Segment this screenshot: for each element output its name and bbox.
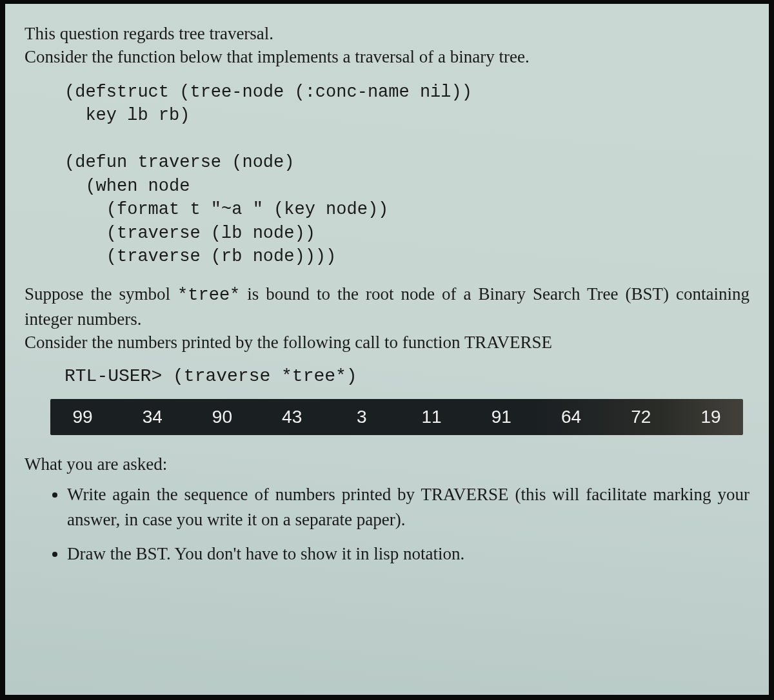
- lisp-code-block: (defstruct (tree-node (:conc-name nil)) …: [64, 81, 749, 269]
- asked-heading: What you are asked:: [25, 454, 749, 474]
- output-number: 19: [691, 407, 730, 427]
- task-item: Write again the sequence of numbers prin…: [67, 482, 749, 532]
- output-number: 91: [482, 407, 521, 427]
- output-number: 43: [273, 407, 312, 427]
- intro-paragraph: This question regards tree traversal. Co…: [25, 22, 749, 69]
- output-number: 3: [342, 407, 381, 427]
- mid-text-a: Suppose the symbol: [25, 284, 177, 304]
- task-list: Write again the sequence of numbers prin…: [25, 482, 749, 567]
- output-number: 64: [552, 407, 591, 427]
- output-number: 11: [412, 407, 451, 427]
- output-number: 90: [203, 407, 241, 427]
- output-number-bar: 99 34 90 43 3 11 91 64 72 19: [50, 399, 743, 435]
- repl-call: RTL-USER> (traverse *tree*): [64, 366, 749, 386]
- question-page: This question regards tree traversal. Co…: [0, 0, 774, 700]
- mid-paragraph: Suppose the symbol *tree* is bound to th…: [25, 282, 749, 354]
- task-item: Draw the BST. You don't have to show it …: [67, 541, 749, 567]
- output-number: 99: [63, 407, 102, 427]
- output-number: 34: [133, 407, 172, 427]
- intro-line-2: Consider the function below that impleme…: [25, 47, 530, 66]
- mid-line-2: Consider the numbers printed by the foll…: [25, 333, 552, 352]
- intro-line-1: This question regards tree traversal.: [25, 24, 273, 43]
- tree-symbol: *tree*: [177, 286, 240, 305]
- output-number: 72: [622, 407, 660, 427]
